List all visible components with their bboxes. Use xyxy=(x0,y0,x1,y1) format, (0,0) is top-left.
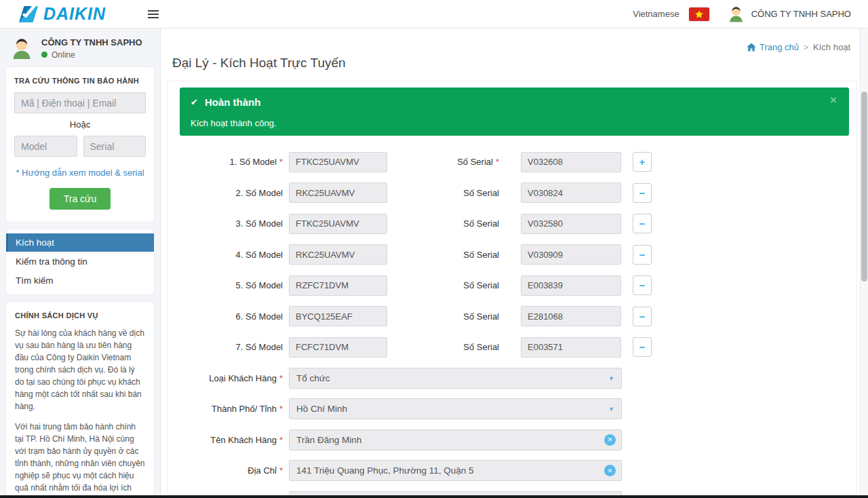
top-navbar: DAIKIN Vietnamese CÔNG TY TNHH SAPHO xyxy=(0,0,868,28)
model-serial-row: 4. Số Model Số Serial − xyxy=(167,240,856,271)
policy-title: CHÍNH SÁCH DỊCH VỤ xyxy=(15,311,145,320)
online-status-dot xyxy=(41,52,47,58)
close-icon[interactable]: × xyxy=(826,93,841,108)
check-icon: ✔ xyxy=(191,97,198,107)
policy-paragraph: Sự hài lòng của khách hàng về dịch vụ sa… xyxy=(15,327,145,413)
service-policy-panel: CHÍNH SÁCH DỊCH VỤ Sự hài lòng của khách… xyxy=(5,301,155,495)
alert-message: Kích hoạt thành công. xyxy=(191,118,276,128)
serial-input[interactable] xyxy=(521,306,621,326)
sidebar-user-panel: CÔNG TY TNHH SAPHO Online xyxy=(0,28,160,66)
page-title: Đại Lý - Kích Hoạt Trực Tuyến xyxy=(172,56,346,71)
sidebar-nav: Kích hoạt Kiểm tra thông tin Tìm kiếm xyxy=(5,229,155,295)
lookup-search-button[interactable]: Tra cứu xyxy=(50,188,111,210)
customer-type-row: Loại Khách Hàng* Tổ chức ▼ xyxy=(167,363,856,394)
breadcrumb-separator: > xyxy=(804,43,808,52)
customer-name-row: Tên Khách Hàng* Trần Đăng Minh ✕ xyxy=(167,425,856,456)
success-alert: ✔ Hoàn thành Kích hoạt thành công. × xyxy=(180,88,849,136)
remove-row-button[interactable]: − xyxy=(633,245,652,265)
serial-input[interactable] xyxy=(521,337,621,358)
sidebar-item-tim-kiem[interactable]: Tìm kiếm xyxy=(6,271,154,290)
sidebar: CÔNG TY TNHH SAPHO Online TRA CỨU THÔNG … xyxy=(0,28,161,495)
serial-input[interactable] xyxy=(521,244,621,265)
alert-title: Hoàn thành xyxy=(205,96,261,108)
model-input[interactable] xyxy=(289,275,387,296)
activation-form: 1. Số Model* Số Serial* + 2. Số Model Số… xyxy=(167,147,856,495)
model-serial-row: 7. Số Model Số Serial − xyxy=(167,332,856,363)
chevron-down-icon: ▼ xyxy=(608,406,614,413)
policy-paragraph: Với hai trung tâm bảo hành chính tại TP.… xyxy=(15,421,145,495)
or-label: Hoặc xyxy=(14,119,146,130)
clear-icon[interactable]: ✕ xyxy=(604,465,616,476)
model-input[interactable] xyxy=(289,337,387,358)
model-serial-row: 2. Số Model Số Serial − xyxy=(167,178,856,209)
vietnam-flag-icon[interactable] xyxy=(689,7,709,21)
chevron-down-icon: ▼ xyxy=(608,375,614,382)
city-row: Thành Phố/ Tỉnh* Hồ Chí Minh ▼ xyxy=(167,394,856,425)
address-row: Địa Chỉ* 141 Triệu Quang Phục, Phường 11… xyxy=(167,455,856,486)
district-row-partial: ▼ xyxy=(167,486,856,496)
serial-input[interactable] xyxy=(521,183,621,203)
model-serial-row: 1. Số Model* Số Serial* + xyxy=(167,147,856,178)
sidebar-toggle-icon[interactable] xyxy=(148,10,159,18)
brand-text: DAIKIN xyxy=(43,5,106,22)
sidebar-item-kich-hoat[interactable]: Kích hoạt xyxy=(6,233,154,252)
model-serial-guide-link[interactable]: * Hướng dẫn xem model & serial xyxy=(14,168,146,178)
breadcrumb: Trang chủ > Kích hoạt xyxy=(747,42,850,52)
sidebar-avatar-icon xyxy=(9,36,34,60)
model-input[interactable] xyxy=(289,214,387,234)
customer-name-input[interactable]: Trần Đăng Minh ✕ xyxy=(289,429,622,451)
home-icon xyxy=(747,43,756,52)
remove-row-button[interactable]: − xyxy=(633,214,652,233)
address-input[interactable]: 141 Triệu Quang Phục, Phường 11, Quận 5 … xyxy=(289,460,622,481)
add-row-button[interactable]: + xyxy=(633,152,652,172)
model-serial-row: 3. Số Model Số Serial − xyxy=(167,208,856,240)
model-input[interactable] xyxy=(289,183,387,203)
remove-row-button[interactable]: − xyxy=(633,337,652,357)
scrollbar-track[interactable] xyxy=(860,28,868,495)
main-content: Trang chủ > Kích hoạt Đại Lý - Kích Hoạt… xyxy=(161,28,860,495)
serial-input[interactable] xyxy=(521,275,621,296)
header-user-name[interactable]: CÔNG TY TNHH SAPHO xyxy=(751,9,851,19)
user-avatar-icon[interactable] xyxy=(727,5,745,23)
daikin-logo[interactable]: DAIKIN xyxy=(19,5,126,23)
scrollbar-thumb[interactable] xyxy=(861,92,867,282)
breadcrumb-home-link[interactable]: Trang chủ xyxy=(747,42,799,52)
model-serial-row: 5. Số Model Số Serial − xyxy=(167,270,856,301)
bottom-edge-bar xyxy=(0,495,868,498)
activation-box: ✔ Hoàn thành Kích hoạt thành công. × 1. … xyxy=(167,81,857,495)
lookup-search-input[interactable] xyxy=(14,92,146,113)
warranty-lookup-panel: TRA CỨU THÔNG TIN BẢO HÀNH Hoặc * Hướng … xyxy=(5,66,155,223)
model-input[interactable] xyxy=(289,244,387,265)
model-input[interactable] xyxy=(289,306,387,326)
online-status-label: Online xyxy=(52,50,75,60)
serial-lookup-input[interactable] xyxy=(83,136,146,157)
serial-input[interactable] xyxy=(521,214,621,234)
model-input[interactable] xyxy=(289,152,387,172)
remove-row-button[interactable]: − xyxy=(633,307,652,326)
clear-icon[interactable]: ✕ xyxy=(604,434,616,446)
remove-row-button[interactable]: − xyxy=(633,183,652,203)
serial-input[interactable] xyxy=(521,152,621,172)
daikin-logo-icon xyxy=(19,5,39,23)
sidebar-user-name: CÔNG TY TNHH SAPHO xyxy=(41,37,142,47)
sidebar-item-kiem-tra-thong-tin[interactable]: Kiểm tra thông tin xyxy=(6,252,154,271)
language-label[interactable]: Vietnamese xyxy=(633,9,679,19)
breadcrumb-current: Kích hoạt xyxy=(813,42,850,52)
model-lookup-input[interactable] xyxy=(14,136,77,157)
city-select[interactable]: Hồ Chí Minh ▼ xyxy=(289,398,622,419)
customer-type-select[interactable]: Tổ chức ▼ xyxy=(289,368,622,389)
lookup-title: TRA CỨU THÔNG TIN BẢO HÀNH xyxy=(14,77,146,85)
remove-row-button[interactable]: − xyxy=(633,275,652,295)
model-serial-row: 6. Số Model Số Serial − xyxy=(167,301,856,332)
